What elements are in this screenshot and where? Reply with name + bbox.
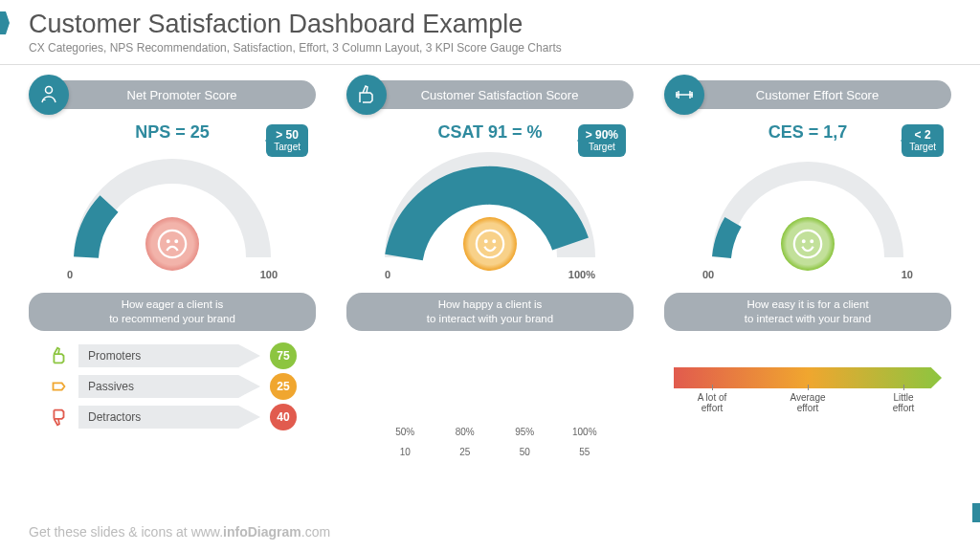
legend-label: Detractors bbox=[78, 406, 260, 429]
dumbbell-icon bbox=[664, 75, 704, 115]
kpi-header-label: Customer Effort Score bbox=[683, 80, 951, 109]
svg-point-6 bbox=[493, 240, 495, 242]
svg-point-5 bbox=[485, 240, 487, 242]
nps-desc: How eager a client isto recommend your b… bbox=[29, 293, 316, 331]
svg-point-3 bbox=[175, 240, 177, 242]
header-divider bbox=[0, 64, 980, 65]
kpi-header-label: Net Promoter Score bbox=[48, 80, 316, 109]
ces-desc: How easy it is for a clientto interact w… bbox=[664, 293, 951, 331]
svg-point-1 bbox=[159, 231, 186, 257]
csat-desc: How happy a client isto interact with yo… bbox=[346, 293, 634, 331]
happy-face-icon bbox=[463, 217, 517, 271]
page-subtitle: CX Categories, NPS Recommendation, Satis… bbox=[29, 41, 951, 55]
csat-axis-max: 100% bbox=[568, 269, 595, 280]
csat-bar-chart: 50% 80% 95% 100% 10 25 50 55 bbox=[366, 342, 614, 457]
svg-point-4 bbox=[477, 231, 503, 257]
svg-point-2 bbox=[167, 240, 169, 242]
legend-value: 75 bbox=[270, 342, 297, 369]
thumbs-down-icon bbox=[48, 407, 69, 428]
legend-value: 25 bbox=[270, 373, 297, 400]
kpi-columns: Net Promoter Score NPS = 25 > 50Target 0… bbox=[0, 75, 980, 457]
hand-neutral-icon bbox=[48, 376, 69, 397]
legend-label: Passives bbox=[78, 375, 260, 398]
footer-attribution: Get these slides & icons at www.infoDiag… bbox=[29, 524, 330, 540]
page-title: Customer Satisfaction Dashboard Example bbox=[29, 10, 951, 39]
ces-axis-max: 10 bbox=[902, 269, 913, 280]
effort-scale: A lot ofeffort Averageeffort Littleeffor… bbox=[674, 367, 942, 413]
kpi-col-csat: Customer Satisfaction Score CSAT 91 = % … bbox=[337, 75, 643, 457]
thumbs-up-icon bbox=[48, 345, 69, 366]
svg-point-8 bbox=[803, 240, 805, 242]
svg-point-7 bbox=[794, 231, 821, 257]
kpi-col-nps: Net Promoter Score NPS = 25 > 50Target 0… bbox=[19, 75, 325, 457]
nps-legend: Promoters 75 Passives 25 Detractors 40 bbox=[48, 339, 297, 434]
person-stars-icon bbox=[29, 75, 69, 115]
sad-face-icon bbox=[145, 217, 199, 271]
happy-face-icon bbox=[781, 217, 835, 271]
legend-value: 40 bbox=[270, 404, 297, 430]
slide-marker-right bbox=[972, 503, 980, 522]
svg-point-0 bbox=[46, 87, 53, 94]
csat-axis-min: 0 bbox=[385, 269, 390, 280]
kpi-col-ces: Customer Effort Score CES = 1,7 < 2Targe… bbox=[655, 75, 961, 457]
kpi-header-label: Customer Satisfaction Score bbox=[366, 80, 634, 109]
nps-axis-max: 100 bbox=[260, 269, 278, 280]
legend-label: Promoters bbox=[78, 344, 260, 367]
ces-axis-min: 00 bbox=[702, 269, 714, 280]
svg-point-9 bbox=[811, 240, 813, 242]
nps-axis-min: 0 bbox=[67, 269, 73, 280]
like-icon bbox=[346, 75, 387, 115]
